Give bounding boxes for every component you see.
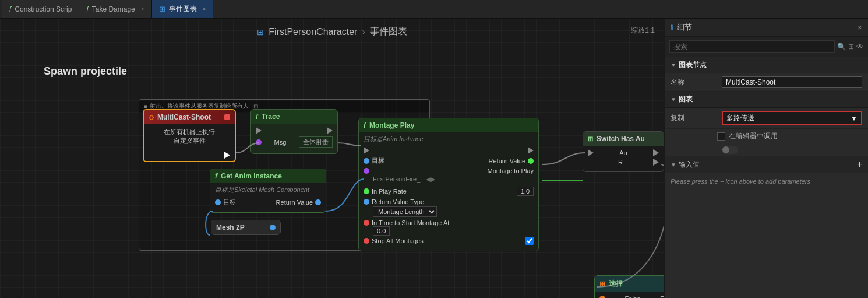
node-montage-header: f Montage Play	[359, 118, 538, 132]
prop-name-label: 名称	[671, 78, 717, 87]
montage-playrate-pin	[364, 188, 369, 194]
trace-msg-pin	[256, 139, 262, 145]
section-graph: ▼ 图表	[665, 92, 868, 108]
trace-exec-in	[256, 127, 262, 134]
montage-playrate-value[interactable]: 1.0	[517, 187, 534, 196]
montage-stopall-pin	[364, 238, 369, 244]
zoom-indicator: 缩放1:1	[631, 26, 655, 36]
switch-exec-row: Au	[588, 148, 659, 157]
node-switch-header: ⊞ Switch Has Au	[583, 132, 664, 146]
panel-grid-icon[interactable]: ⊞	[848, 43, 854, 51]
multicast-title: MultiCast-Shoot	[157, 113, 211, 121]
montage-returntype-pin	[364, 199, 369, 205]
getanim-return-label: Return Value	[276, 199, 313, 206]
spawn-label: Spawn projectile	[44, 65, 127, 78]
select-false-pin	[599, 296, 605, 298]
dropdown-value: 多路传送	[726, 113, 754, 123]
multicast-body: 在所有机器上执行 自定义事件	[144, 124, 235, 149]
section-graph-triangle: ▼	[671, 96, 676, 103]
tab-takedamage-close[interactable]: ×	[141, 6, 144, 12]
multicast-subtitle2: 自定义事件	[149, 136, 230, 145]
montage-toplay-value-row: FirstPersonFire_l ◀▶	[364, 176, 534, 183]
panel-title: ℹ 细节	[671, 22, 692, 33]
getanim-target-pin	[215, 199, 221, 205]
montage-return-pin	[528, 158, 534, 164]
canvas-area[interactable]: ⊞ FirstPersonCharacter › 事件图表 缩放1:1 Spaw…	[0, 19, 664, 298]
node-trace[interactable]: f Trace Msg 全体射击	[250, 109, 338, 154]
tab-construction[interactable]: f Construction Scrip	[2, 0, 79, 18]
select-body: False R	[595, 292, 664, 298]
node-multicast-header: ◇ MultiCast-Shoot	[144, 110, 235, 124]
switch-icon: ⊞	[588, 135, 593, 143]
breadcrumb-separator: ›	[362, 27, 365, 37]
switch-au-out	[653, 149, 659, 156]
mesh-title: Mesh 2P	[216, 223, 245, 232]
add-input-button[interactable]: +	[857, 159, 862, 170]
panel-titlebar: ℹ 细节 ×	[665, 19, 868, 37]
tab-eventgraph-label: 事件图表	[169, 4, 197, 14]
panel-close-button[interactable]: ×	[858, 23, 862, 32]
trace-msg-value[interactable]: 全体射击	[299, 136, 333, 148]
getanim-func-icon: f	[215, 172, 217, 180]
trace-msg-row: Msg 全体射击	[256, 135, 333, 149]
tab-takedamage-label: Take Damage	[92, 5, 135, 13]
panel-eye-icon[interactable]: 👁	[856, 43, 863, 51]
montage-exec-row	[364, 146, 534, 155]
trace-exec-out	[327, 127, 333, 134]
section-graph-node: ▼ 图表节点	[665, 57, 868, 73]
montage-return-label: Return Value	[489, 157, 525, 164]
trace-msg-label: Msg	[274, 139, 287, 146]
node-select-header: ⊞ 选择	[595, 276, 664, 292]
switch-body: Au R	[583, 146, 664, 171]
switch-r-label: R	[618, 159, 623, 166]
section-inputs-triangle: ▼	[671, 162, 676, 168]
montage-row: Montage to Play	[364, 166, 534, 176]
tab-construction-icon: f	[9, 5, 11, 13]
montage-intime-value-row: 0.0	[364, 227, 534, 234]
prop-name-input[interactable]	[722, 76, 862, 88]
panel-title-text: 细节	[677, 22, 692, 33]
montage-intime-value[interactable]: 0.0	[373, 226, 390, 236]
montage-stopall-checkbox[interactable]	[525, 237, 534, 245]
montage-stopall-label: Stop All Montages	[372, 237, 424, 244]
montage-returntype-select[interactable]: Montage Length	[373, 206, 437, 217]
montage-target-row: 目标 Return Value	[364, 155, 534, 166]
node-getanim[interactable]: f Get Anim Instance 目标是Skeletal Mesh Com…	[210, 169, 326, 213]
prop-copy-dropdown[interactable]: 多路传送 ▼	[722, 111, 862, 125]
montage-toplay-arrows: ◀▶	[426, 176, 435, 183]
node-switch[interactable]: ⊞ Switch Has Au Au R	[583, 131, 664, 172]
tab-takedamage-icon: f	[86, 5, 88, 13]
montage-returntype-dropdown-row: Montage Length	[364, 206, 534, 217]
montage-subtitle: 目标是Anim Instance	[364, 135, 534, 143]
comment-resize[interactable]: ⊡	[253, 103, 258, 110]
montage-intime-label: In Time to Start Montage At	[372, 219, 449, 226]
tab-eventgraph-close[interactable]: ×	[203, 6, 206, 12]
prop-name-row: 名称	[665, 73, 868, 92]
comment-icon: ≡	[144, 103, 147, 110]
montage-returntype-label: Return Value Type	[372, 198, 424, 205]
node-multicast[interactable]: ◇ MultiCast-Shoot 在所有机器上执行 自定义事件	[143, 109, 236, 162]
panel-search-input[interactable]	[669, 40, 835, 53]
toggle-switch[interactable]	[722, 146, 738, 154]
tab-bar: f Construction Scrip f Take Damage × ⊞ 事…	[0, 0, 868, 19]
section-inputs-label: 输入值	[679, 160, 700, 170]
montage-toplay-value: FirstPersonFire_l	[373, 176, 422, 183]
montage-toplay-pin	[364, 168, 369, 174]
prop-canedit-label: 在编辑器中调用	[729, 131, 778, 141]
montage-stopall-row: Stop All Montages	[364, 236, 534, 246]
select-r-label: R	[660, 295, 664, 298]
node-mesh[interactable]: Mesh 2P	[211, 220, 281, 235]
getanim-title: Get Anim Instance	[221, 172, 282, 180]
node-montage[interactable]: f Montage Play 目标是Anim Instance 目标 Retur…	[358, 118, 539, 251]
prop-copy-label: 复制	[671, 113, 717, 123]
montage-intime-pin	[364, 220, 369, 226]
node-select[interactable]: ⊞ 选择 False R	[594, 275, 664, 298]
tab-eventgraph[interactable]: ⊞ 事件图表 ×	[152, 0, 214, 18]
section-graphnode-label: 图表节点	[679, 60, 707, 70]
prop-canedit-checkbox[interactable]	[717, 132, 725, 141]
panel-search-bar: 🔍 ⊞ 👁	[665, 37, 868, 57]
input-hint: Please press the + icon above to add par…	[665, 173, 868, 190]
montage-body: 目标是Anim Instance 目标 Return Value	[359, 132, 538, 251]
multicast-exec-out	[224, 152, 230, 159]
tab-takedamage[interactable]: f Take Damage ×	[79, 0, 151, 18]
